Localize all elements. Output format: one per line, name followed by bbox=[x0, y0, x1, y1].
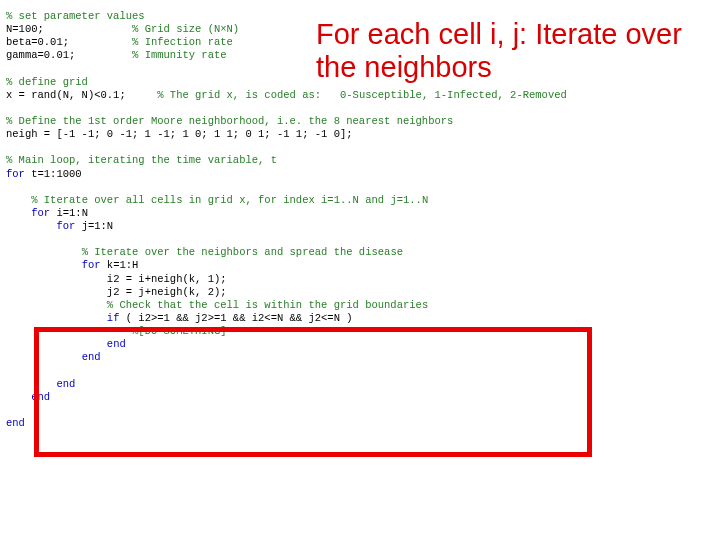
code-line: beta=0.01; bbox=[6, 36, 69, 48]
code-line: k=1:H bbox=[101, 259, 139, 271]
keyword-end: end bbox=[56, 378, 75, 390]
keyword-if: if bbox=[107, 312, 120, 324]
keyword-for: for bbox=[82, 259, 101, 271]
comment: % Infection rate bbox=[132, 36, 233, 48]
code-line: i=1:N bbox=[50, 207, 88, 219]
slide: For each cell i, j: Iterate over the nei… bbox=[0, 0, 720, 540]
comment: %[DO SOMETHING] bbox=[132, 325, 227, 337]
keyword-end: end bbox=[82, 351, 101, 363]
comment: % The grid x, is coded as: 0-Susceptible… bbox=[157, 89, 567, 101]
comment: % Immunity rate bbox=[132, 49, 227, 61]
comment: % define grid bbox=[6, 76, 88, 88]
code-line: t=1:1000 bbox=[25, 168, 82, 180]
comment: % set parameter values bbox=[6, 10, 145, 22]
comment: % Grid size (N×N) bbox=[132, 23, 239, 35]
comment: % Iterate over the neighbors and spread … bbox=[82, 246, 403, 258]
code-line: neigh = [-1 -1; 0 -1; 1 -1; 1 0; 1 1; 0 … bbox=[6, 128, 353, 140]
comment: % Define the 1st order Moore neighborhoo… bbox=[6, 115, 453, 127]
code-line: j=1:N bbox=[75, 220, 113, 232]
code-block: % set parameter values N=100; % Grid siz… bbox=[6, 10, 567, 430]
code-line: j2 = j+neigh(k, 2); bbox=[107, 286, 227, 298]
keyword-end: end bbox=[6, 417, 25, 429]
code-line: N=100; bbox=[6, 23, 44, 35]
keyword-for: for bbox=[6, 168, 25, 180]
code-line: ( i2>=1 && j2>=1 && i2<=N && j2<=N ) bbox=[119, 312, 352, 324]
comment: % Iterate over all cells in grid x, for … bbox=[31, 194, 428, 206]
comment: % Main loop, iterating the time variable… bbox=[6, 154, 277, 166]
comment: % Check that the cell is within the grid… bbox=[107, 299, 428, 311]
keyword-end: end bbox=[31, 391, 50, 403]
code-line: i2 = i+neigh(k, 1); bbox=[107, 273, 227, 285]
keyword-end: end bbox=[107, 338, 126, 350]
keyword-for: for bbox=[31, 207, 50, 219]
code-line: gamma=0.01; bbox=[6, 49, 75, 61]
keyword-for: for bbox=[56, 220, 75, 232]
code-line: x = rand(N, N)<0.1; bbox=[6, 89, 126, 101]
